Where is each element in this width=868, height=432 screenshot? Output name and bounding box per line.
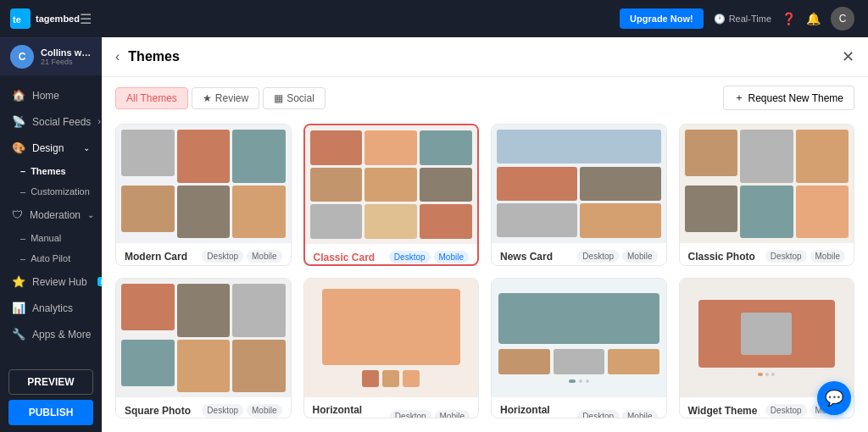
sidebar-item-review-hub[interactable]: ⭐ Review Hub New [0, 269, 102, 295]
filter-social-label: Social [287, 92, 314, 104]
sidebar-item-customization[interactable]: Customization [0, 181, 102, 202]
sidebar-item-review-hub-label: Review Hub [32, 276, 87, 288]
moderation-icon: 🛡 [12, 208, 23, 221]
widget-theme-desktop-tag: Desktop [765, 404, 807, 417]
theme-card-modern-card[interactable]: Modern Card Desktop Mobile [115, 124, 292, 266]
social-feeds-arrow: › [97, 117, 100, 126]
classic-card-tags: Desktop Mobile [389, 251, 469, 263]
preview-button[interactable]: PREVIEW [8, 369, 93, 395]
theme-card-classic-card[interactable]: Classic Card Desktop Mobile [303, 124, 480, 266]
design-arrow: ⌄ [83, 143, 90, 152]
sidebar-item-home-label: Home [32, 90, 59, 102]
logo-text: tagembed [36, 14, 80, 24]
back-button[interactable]: ‹ [115, 49, 120, 64]
horizontal-slider-name: Horizontal Slider [313, 404, 390, 418]
request-label: Request New Theme [748, 92, 844, 104]
horizontal-slider-mobile-tag: Mobile [435, 410, 470, 419]
news-card-name: News Card [500, 251, 553, 263]
classic-card-footer: Classic Card Desktop Mobile [305, 244, 478, 266]
sidebar-item-social-feeds-label: Social Feeds [32, 116, 91, 128]
user-sub: 21 Feeds [41, 58, 92, 66]
square-photo-desktop-tag: Desktop [202, 404, 243, 417]
theme-card-horizontal-slider[interactable]: Horizontal Slider Desktop Mobile [303, 278, 480, 418]
hamburger-icon[interactable]: ☰ [80, 11, 92, 27]
sidebar-buttons: PREVIEW PUBLISH [0, 363, 102, 432]
sidebar-nav: 🏠 Home 📡 Social Feeds › 🎨 Design ⌄ Theme… [0, 75, 102, 363]
news-card-tags: Desktop Mobile [577, 250, 657, 263]
sidebar-item-design-label: Design [32, 142, 64, 154]
request-theme-button[interactable]: ＋ Request New Theme [723, 86, 855, 110]
horizontal-columns-mobile-tag: Mobile [622, 410, 657, 419]
themes-panel: ‹ Themes ✕ All Themes ★ Review ▦ Social … [102, 37, 868, 432]
classic-photo-footer: Classic Photo Desktop Mobile [680, 243, 854, 266]
chat-fab[interactable]: 💬 [817, 381, 851, 415]
filter-all-themes[interactable]: All Themes [115, 87, 188, 109]
sidebar-item-moderation[interactable]: 🛡 Moderation ⌄ [0, 202, 102, 228]
sidebar-item-apps[interactable]: 🔧 Apps & More [0, 321, 102, 347]
close-button[interactable]: ✕ [842, 47, 854, 66]
main-content: Upgrade Now! 🕐 Real-Time ❓ 🔔 C ‹ Themes … [102, 0, 868, 432]
horizontal-slider-desktop-tag: Desktop [390, 410, 431, 419]
sidebar-item-home[interactable]: 🏠 Home [0, 82, 102, 108]
square-photo-preview [116, 279, 291, 397]
classic-photo-tags: Desktop Mobile [765, 250, 845, 263]
sidebar-item-autopilot[interactable]: Auto Pilot [0, 248, 102, 269]
themes-grid: Modern Card Desktop Mobile [102, 119, 868, 432]
classic-photo-name: Classic Photo [688, 251, 755, 263]
classic-card-name: Classic Card [314, 252, 376, 263]
review-hub-icon: ⭐ [12, 275, 25, 288]
modern-card-mobile-tag: Mobile [247, 250, 281, 263]
horizontal-slider-tags: Desktop Mobile [390, 410, 470, 419]
horizontal-slider-preview [304, 279, 479, 397]
sidebar-item-analytics[interactable]: 📊 Analytics [0, 295, 102, 321]
realtime-indicator: 🕐 Real-Time [714, 14, 771, 25]
sidebar-item-apps-label: Apps & More [32, 329, 91, 341]
horizontal-columns-desktop-tag: Desktop [577, 410, 619, 419]
classic-photo-preview [680, 125, 854, 243]
sidebar-item-social-feeds[interactable]: 📡 Social Feeds › [0, 108, 102, 135]
avatar: C [10, 45, 34, 69]
review-star-icon: ★ [203, 92, 212, 104]
horizontal-columns-tags: Desktop Mobile [577, 410, 657, 419]
filter-social[interactable]: ▦ Social [263, 87, 326, 109]
square-photo-tags: Desktop Mobile [202, 404, 281, 417]
sidebar-logo: te tagembed [10, 8, 80, 29]
sidebar-item-design[interactable]: 🎨 Design ⌄ [0, 135, 102, 161]
topbar-avatar[interactable]: C [831, 7, 854, 30]
sidebar-item-manual[interactable]: Manual [0, 228, 102, 248]
filter-review[interactable]: ★ Review [192, 87, 259, 109]
theme-card-square-photo[interactable]: Square Photo Desktop Mobile [115, 278, 292, 418]
user-info: Collins william'... 21 Feeds [41, 47, 92, 66]
sidebar-item-themes[interactable]: Themes [0, 161, 102, 181]
modern-card-preview [116, 125, 291, 243]
topbar: Upgrade Now! 🕐 Real-Time ❓ 🔔 C [102, 0, 868, 37]
autopilot-label: Auto Pilot [31, 253, 70, 263]
manual-label: Manual [31, 233, 61, 243]
filter-tabs: All Themes ★ Review ▦ Social [115, 87, 326, 109]
classic-photo-mobile-tag: Mobile [810, 250, 845, 263]
horizontal-columns-preview [492, 279, 666, 397]
sidebar: te tagembed ☰ C Collins william'... 21 F… [0, 0, 102, 432]
help-icon[interactable]: ❓ [782, 12, 796, 25]
filter-review-label: Review [215, 92, 248, 104]
home-icon: 🏠 [12, 89, 25, 102]
modern-card-footer: Modern Card Desktop Mobile [116, 243, 291, 266]
clock-icon: 🕐 [714, 14, 726, 25]
social-feeds-icon: 📡 [12, 115, 25, 128]
modern-card-tags: Desktop Mobile [202, 250, 281, 263]
square-photo-mobile-tag: Mobile [247, 404, 281, 417]
theme-card-classic-photo[interactable]: Classic Photo Desktop Mobile [679, 124, 855, 266]
upgrade-button[interactable]: Upgrade Now! [620, 8, 704, 29]
publish-button[interactable]: PUBLISH [8, 400, 93, 425]
theme-card-horizontal-columns[interactable]: Horizontal Columns Desktop Mobile [491, 278, 667, 418]
theme-card-news-card[interactable]: News Card Desktop Mobile [491, 124, 667, 266]
sidebar-user[interactable]: C Collins william'... 21 Feeds [0, 38, 102, 75]
sidebar-item-analytics-label: Analytics [32, 302, 73, 314]
sidebar-header: te tagembed ☰ [0, 0, 102, 38]
themes-filters: All Themes ★ Review ▦ Social ＋ Request N… [102, 77, 868, 119]
bell-icon[interactable]: 🔔 [806, 12, 821, 25]
news-card-mobile-tag: Mobile [622, 250, 657, 263]
sidebar-item-moderation-label: Moderation [30, 209, 81, 221]
widget-theme-name: Widget Theme [688, 405, 758, 417]
horizontal-slider-footer: Horizontal Slider Desktop Mobile [304, 397, 479, 418]
